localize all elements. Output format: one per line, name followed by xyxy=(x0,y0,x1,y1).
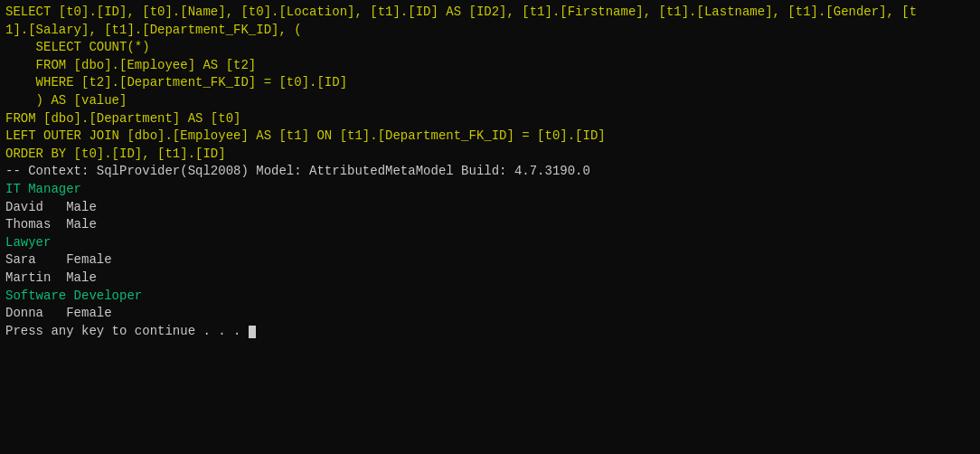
terminal-line-line14: David Male xyxy=(5,199,975,217)
terminal-line-line5: WHERE [t2].[Department_FK_ID] = [t0].[ID… xyxy=(5,74,975,92)
terminal-line-line20: Software Developer xyxy=(5,288,975,306)
terminal-line-line10: -- Context: SqlProvider(Sql2008) Model: … xyxy=(5,163,975,181)
terminal-line-line1: SELECT [t0].[ID], [t0].[Name], [t0].[Loc… xyxy=(5,4,975,22)
terminal-line-line19: Martin Male xyxy=(5,270,975,288)
terminal-line-line6: ) AS [value] xyxy=(5,92,975,110)
terminal-line-line12: IT Manager xyxy=(5,181,975,199)
terminal-line-line3: SELECT COUNT(*) xyxy=(5,39,975,57)
terminal-line-line16: Lawyer xyxy=(5,234,975,252)
terminal-line-line2: 1].[Salary], [t1].[Department_FK_ID], ( xyxy=(5,22,975,40)
terminal-window: SELECT [t0].[ID], [t0].[Name], [t0].[Loc… xyxy=(0,0,980,454)
terminal-line-line18: Sara Female xyxy=(5,251,975,270)
terminal-line-line7: FROM [dbo].[Department] AS [t0] xyxy=(5,110,975,128)
terminal-line-line9: ORDER BY [t0].[ID], [t1].[ID] xyxy=(5,146,975,164)
terminal-line-line15: Thomas Male xyxy=(5,216,975,234)
terminal-output: SELECT [t0].[ID], [t0].[Name], [t0].[Loc… xyxy=(5,4,975,340)
terminal-line-line22: Donna Female xyxy=(5,305,975,323)
terminal-line-line8: LEFT OUTER JOIN [dbo].[Employee] AS [t1]… xyxy=(5,128,975,146)
terminal-line-line23: Press any key to continue . . . xyxy=(5,323,975,341)
terminal-line-line4: FROM [dbo].[Employee] AS [t2] xyxy=(5,57,975,75)
terminal-cursor xyxy=(249,326,256,338)
